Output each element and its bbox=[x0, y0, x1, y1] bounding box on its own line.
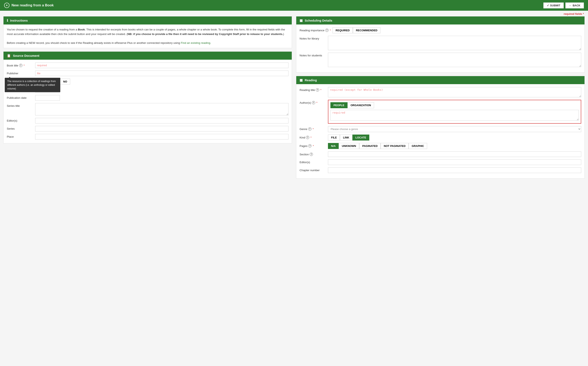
reading-editors-input[interactable] bbox=[328, 160, 581, 165]
genre-label: Genre ? * bbox=[299, 126, 326, 131]
source-document-form: Book title ? * Publisher The resource is… bbox=[3, 60, 292, 143]
reading-editors-row: Editor(s) bbox=[299, 160, 581, 165]
not-paginated-button[interactable]: NOT PAGINATED bbox=[381, 143, 409, 149]
publication-date-row: Publication date bbox=[7, 95, 289, 101]
section-help-icon[interactable]: ? bbox=[310, 153, 313, 156]
no-button[interactable]: NO bbox=[60, 79, 70, 84]
chapter-number-input[interactable] bbox=[328, 168, 581, 173]
doc-icon: 📋 bbox=[7, 54, 11, 58]
scheduling-header: ▦ Scheduling Details bbox=[296, 16, 585, 24]
kind-help-icon[interactable]: ? bbox=[306, 136, 309, 139]
notes-library-label: Notes for library bbox=[299, 36, 326, 40]
reading-header: ▦ Reading bbox=[296, 76, 585, 84]
series-row: Series bbox=[7, 126, 289, 131]
place-input[interactable] bbox=[35, 134, 289, 139]
publication-date-label: Publication date bbox=[7, 95, 34, 99]
reading-importance-label: Reading importance ? * bbox=[299, 27, 331, 32]
reading-title-input[interactable] bbox=[328, 87, 581, 97]
section-label: Section ? bbox=[299, 152, 326, 156]
notes-library-input[interactable] bbox=[328, 36, 581, 50]
notes-students-label: Notes for students bbox=[299, 53, 326, 57]
instructions-paragraph2: Before creating a NEW record, you should… bbox=[7, 41, 289, 45]
author-type-group: PEOPLE ORGANIZATION bbox=[330, 102, 579, 108]
left-column: ℹ Instructions You've chosen to request … bbox=[3, 16, 292, 182]
source-document-section: 📋 Source Document Book title ? * Publi bbox=[3, 51, 292, 143]
author-input[interactable] bbox=[330, 110, 579, 121]
notes-students-row: Notes for students bbox=[299, 53, 581, 67]
required-button[interactable]: REQUIRED bbox=[332, 27, 353, 33]
check-icon: ✓ bbox=[547, 4, 549, 7]
pages-label: Pages ? * bbox=[299, 143, 326, 147]
scheduling-form: Reading importance ? * REQUIRED RECOMMEN… bbox=[296, 24, 585, 72]
authors-label: Author(s) ? * bbox=[299, 100, 326, 104]
back-button[interactable]: ← BACK bbox=[565, 2, 584, 8]
publication-date-input[interactable] bbox=[35, 95, 60, 101]
chapter-number-label: Chapter number bbox=[299, 168, 326, 172]
editors-label: Editor(s) bbox=[7, 118, 34, 122]
header-buttons: ✓ SUBMIT ← BACK bbox=[543, 2, 584, 8]
chapter-number-row: Chapter number bbox=[299, 168, 581, 173]
series-title-input[interactable] bbox=[35, 103, 289, 115]
organization-button[interactable]: ORGANIZATION bbox=[347, 102, 374, 108]
right-column: ▦ Scheduling Details Reading importance … bbox=[296, 16, 585, 182]
place-label: Place bbox=[7, 134, 34, 138]
book-title-help-icon[interactable]: ? bbox=[19, 64, 23, 67]
unknown-button[interactable]: UNKNOWN bbox=[339, 143, 359, 149]
place-row: Place bbox=[7, 134, 289, 139]
instructions-header: ℹ Instructions bbox=[3, 16, 292, 24]
page-header: + New reading from a Book ✓ SUBMIT ← BAC… bbox=[0, 0, 588, 11]
source-document-header: 📋 Source Document bbox=[3, 52, 292, 60]
reading-grid-icon: ▦ bbox=[299, 78, 303, 82]
arrow-left-icon: ← bbox=[569, 4, 572, 7]
series-input[interactable] bbox=[35, 126, 289, 131]
publisher-label: Publisher bbox=[7, 71, 34, 75]
section-input[interactable] bbox=[328, 152, 581, 157]
kind-group: FILE LINK LOCATE bbox=[328, 135, 369, 140]
book-title-input[interactable] bbox=[35, 62, 289, 68]
instructions-paragraph1: You've chosen to request the creation of… bbox=[7, 27, 289, 36]
pages-help-icon[interactable]: ? bbox=[308, 144, 312, 147]
editors-row: Editor(s) bbox=[7, 118, 289, 123]
people-button[interactable]: PEOPLE bbox=[330, 102, 347, 108]
header-left: + New reading from a Book bbox=[4, 3, 54, 8]
importance-help-icon[interactable]: ? bbox=[325, 29, 328, 32]
grid-icon: ▦ bbox=[299, 18, 303, 23]
new-reading-icon: + bbox=[4, 3, 9, 8]
authors-help-icon[interactable]: ? bbox=[312, 101, 315, 104]
kind-label: Kind ? * bbox=[299, 135, 326, 139]
genre-select[interactable]: Please choose a genre bbox=[328, 126, 581, 132]
notes-library-row: Notes for library bbox=[299, 36, 581, 50]
book-title-label: Book title ? * bbox=[7, 62, 34, 67]
required-fields-notice: required fields * bbox=[0, 11, 588, 16]
reading-editors-label: Editor(s) bbox=[299, 160, 326, 164]
submit-button[interactable]: ✓ SUBMIT bbox=[543, 2, 564, 8]
instructions-body: You've chosen to request the creation of… bbox=[3, 24, 292, 48]
series-label: Series bbox=[7, 126, 34, 130]
info-icon: ℹ bbox=[7, 18, 8, 23]
pages-row: Pages ? * N/A UNKNOWN PAGINATED NOT PAGI… bbox=[299, 143, 581, 149]
find-existing-link[interactable]: Find an existing reading. bbox=[181, 41, 211, 45]
recommended-button[interactable]: RECOMMENDED bbox=[353, 27, 381, 33]
graphic-button[interactable]: GRAPHIC bbox=[409, 143, 427, 149]
reading-title-label: Reading title ? * bbox=[299, 87, 326, 92]
locate-button[interactable]: LOCATE bbox=[352, 135, 369, 140]
notes-students-input[interactable] bbox=[328, 53, 581, 67]
pages-group: N/A UNKNOWN PAGINATED NOT PAGINATED GRAP… bbox=[328, 143, 427, 149]
series-title-row: Series title bbox=[7, 103, 289, 115]
publisher-input[interactable] bbox=[35, 71, 289, 76]
reading-title-help-icon[interactable]: ? bbox=[316, 88, 319, 92]
genre-help-icon[interactable]: ? bbox=[308, 127, 312, 131]
paginated-button[interactable]: PAGINATED bbox=[359, 143, 381, 149]
file-button[interactable]: FILE bbox=[328, 135, 340, 140]
publisher-row: Publisher The resource is a collection o… bbox=[7, 71, 289, 76]
book-title-row: Book title ? * bbox=[7, 62, 289, 68]
reading-importance-row: Reading importance ? * REQUIRED RECOMMEN… bbox=[299, 27, 581, 33]
section-row: Section ? bbox=[299, 152, 581, 157]
reading-section: ▦ Reading Reading title ? * Author(s) bbox=[296, 76, 585, 179]
page-title: New reading from a Book bbox=[12, 3, 54, 8]
authors-highlighted-box: PEOPLE ORGANIZATION bbox=[328, 100, 581, 124]
main-content: ℹ Instructions You've chosen to request … bbox=[0, 16, 588, 186]
link-button[interactable]: LINK bbox=[340, 135, 352, 140]
na-button[interactable]: N/A bbox=[328, 143, 339, 149]
editors-input[interactable] bbox=[35, 118, 289, 123]
